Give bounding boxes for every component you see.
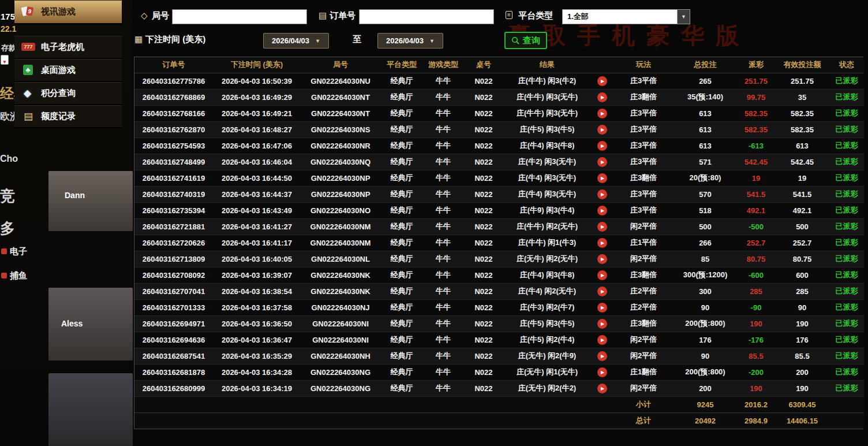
search-button[interactable]: 查询 <box>504 32 547 49</box>
cell-order-id: 260403162754593 <box>134 137 213 154</box>
replay-play-icon[interactable]: ▶ <box>597 109 607 118</box>
cell-result: 庄(牛牛) 闲2(无牛) <box>504 218 590 235</box>
cell-replay: ▶ <box>590 170 613 186</box>
replay-play-icon[interactable]: ▶ <box>597 367 607 377</box>
cell-total-bet: 613 <box>674 121 737 137</box>
cell-replay: ▶ <box>590 89 613 105</box>
replay-play-icon[interactable]: ▶ <box>597 303 607 313</box>
sidebar-item-slots[interactable]: 电子老虎机 <box>14 36 122 59</box>
cell-table-no: N022 <box>463 218 504 235</box>
cell-game-type: 牛牛 <box>423 218 463 235</box>
cell-valid-bet: 252.7 <box>775 235 829 251</box>
replay-play-icon[interactable]: ▶ <box>597 173 607 183</box>
bet-time-label: 下注时间 (美东) <box>145 34 205 45</box>
replay-play-icon[interactable]: ▶ <box>597 254 607 264</box>
cell-replay: ▶ <box>590 315 613 332</box>
column-header: 状态 <box>829 57 864 73</box>
replay-play-icon[interactable]: ▶ <box>597 92 607 102</box>
cell-round-id: GN022264030NM <box>301 235 380 251</box>
replay-play-icon[interactable]: ▶ <box>597 125 607 135</box>
replay-play-icon[interactable]: ▶ <box>597 222 607 232</box>
replay-play-icon[interactable]: ▶ <box>597 238 607 248</box>
cell-platform: 经典厅 <box>380 332 423 348</box>
cell-table-no: N022 <box>463 170 504 186</box>
list-icon: ≡ <box>506 11 512 19</box>
cell-bet-time: 2026-04-03 16:47:06 <box>213 137 301 154</box>
cell-payout: 285 <box>737 283 775 299</box>
cell-platform: 经典厅 <box>380 170 423 186</box>
table-row: 260403162681878 2026-04-03 16:34:28 GN02… <box>134 364 864 380</box>
cell-table-no: N022 <box>463 137 504 154</box>
bg-race-label: 竞 <box>0 186 15 206</box>
table-row: 260403162707041 2026-04-03 16:38:54 GN02… <box>134 283 864 299</box>
cell-replay: ▶ <box>590 380 613 396</box>
cell-valid-bet: 542.45 <box>775 154 829 170</box>
replay-play-icon[interactable]: ▶ <box>597 141 607 151</box>
replay-play-icon[interactable]: ▶ <box>597 206 607 215</box>
cell-order-id: 260403162735394 <box>134 202 213 218</box>
cell-payout: 541.5 <box>737 186 775 202</box>
cell-status: 已派彩 <box>829 202 864 218</box>
cell-bet-time: 2026-04-03 16:44:50 <box>213 170 301 186</box>
cell-round-id: GN022264030NK <box>301 267 380 283</box>
cell-play-type: 庄2平倍 <box>613 299 674 315</box>
round-id-input[interactable] <box>172 9 307 24</box>
cell-result: 庄(无牛) 闲2(牛9) <box>504 348 590 364</box>
subtotal-status-spacer <box>829 396 864 412</box>
cell-round-id: GN022264030NP <box>301 186 380 202</box>
cell-replay: ▶ <box>590 251 613 267</box>
replay-play-icon[interactable]: ▶ <box>597 351 607 361</box>
sidebar-item-credit-records[interactable]: 额度记录 <box>14 105 122 128</box>
replay-play-icon[interactable]: ▶ <box>597 287 607 296</box>
cell-platform: 经典厅 <box>380 121 423 137</box>
cell-order-id: 260403162694636 <box>134 332 213 348</box>
cell-order-id: 260403162694971 <box>134 315 213 332</box>
cell-bet-time: 2026-04-03 16:44:37 <box>213 186 301 202</box>
replay-play-icon[interactable]: ▶ <box>597 76 607 86</box>
column-header: 局号 <box>301 57 380 73</box>
cell-game-type: 牛牛 <box>423 348 463 364</box>
order-id-input[interactable] <box>359 9 494 24</box>
cell-status: 已派彩 <box>829 89 864 105</box>
cell-valid-bet: 613 <box>775 137 829 154</box>
chevron-down-icon[interactable]: ▼ <box>677 10 690 24</box>
cell-status: 已派彩 <box>829 235 864 251</box>
round-id-label: 局号 <box>152 10 169 21</box>
cell-replay: ▶ <box>590 121 613 137</box>
replay-play-icon[interactable]: ▶ <box>597 157 607 167</box>
replay-play-icon[interactable]: ▶ <box>597 384 607 393</box>
platform-type-select[interactable]: 1.全部 ▼ <box>562 9 690 24</box>
sidebar-item-table-games[interactable]: 桌面游戏 <box>14 59 122 82</box>
dealer-name: Dann <box>65 191 85 200</box>
subtotal-row: 小计 9245 2016.2 6309.45 <box>134 396 864 412</box>
cell-status: 已派彩 <box>829 154 864 170</box>
cell-play-type: 闲2平倍 <box>613 251 674 267</box>
table-row: 260403162748499 2026-04-03 16:46:04 GN02… <box>134 154 864 170</box>
date-to-button[interactable]: 2026/04/03 ▼ <box>377 33 443 49</box>
sidebar-item-video-games[interactable]: 视讯游戏 <box>14 0 122 24</box>
chevron-down-icon: ▼ <box>429 38 435 44</box>
sidebar-menu: 视讯游戏 电子老虎机 桌面游戏 积分查询 额度记录 <box>14 0 122 128</box>
cell-valid-bet: 500 <box>775 218 829 235</box>
cell-play-type: 闲2平倍 <box>613 332 674 348</box>
cell-result: 庄(牛5) 闲2(牛4) <box>504 332 590 348</box>
replay-play-icon[interactable]: ▶ <box>597 189 607 199</box>
cell-table-no: N022 <box>463 380 504 396</box>
cell-result: 庄(牛牛) 闲3(无牛) <box>504 105 590 121</box>
sidebar-item-points-query[interactable]: 积分查询 <box>14 82 122 105</box>
cell-result: 庄(牛3) 闲2(牛7) <box>504 299 590 315</box>
cell-platform: 经典厅 <box>380 267 423 283</box>
date-from-button[interactable]: 2026/04/03 ▼ <box>263 33 329 49</box>
cell-platform: 经典厅 <box>380 105 423 121</box>
cell-game-type: 牛牛 <box>423 89 463 105</box>
subtotal-payout: 2016.2 <box>737 396 775 412</box>
table-row: 260403162768869 2026-04-03 16:49:29 GN02… <box>134 89 864 105</box>
cell-payout: 252.7 <box>737 235 775 251</box>
cell-valid-bet: 35 <box>775 89 829 105</box>
cell-platform: 经典厅 <box>380 235 423 251</box>
cell-order-id: 260403162768869 <box>134 89 213 105</box>
replay-play-icon[interactable]: ▶ <box>597 270 607 280</box>
replay-play-icon[interactable]: ▶ <box>597 335 607 345</box>
cell-round-id: GN022264030NR <box>301 137 380 154</box>
replay-play-icon[interactable]: ▶ <box>597 319 607 329</box>
